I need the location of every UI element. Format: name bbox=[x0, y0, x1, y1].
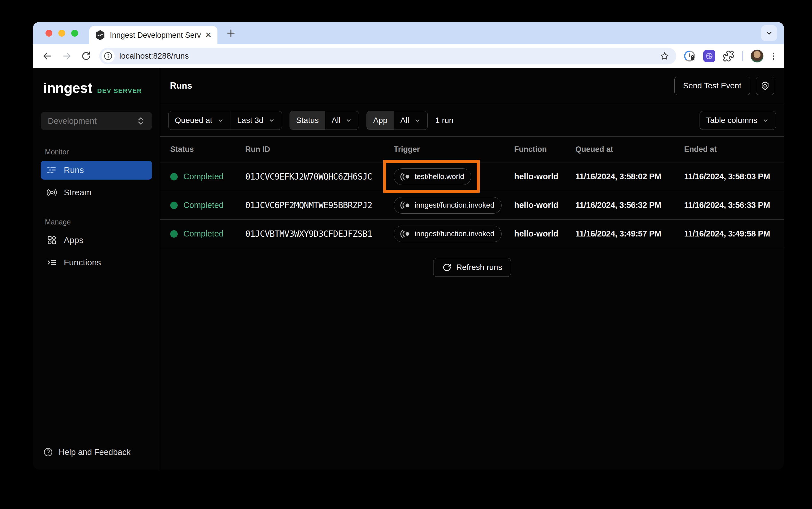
col-header-run-id: Run ID bbox=[245, 145, 394, 154]
chevron-down-icon bbox=[345, 117, 353, 124]
tab-search-chevron-button[interactable] bbox=[761, 25, 777, 41]
event-signal-icon bbox=[399, 173, 411, 181]
sidebar-item-functions[interactable]: Functions bbox=[41, 253, 152, 272]
event-signal-icon bbox=[399, 201, 411, 209]
environment-select[interactable]: Development bbox=[41, 112, 152, 130]
app-filter-value: All bbox=[400, 116, 409, 125]
time-field-dropdown[interactable]: Queued at bbox=[168, 111, 231, 130]
address-bar[interactable]: localhost:8288/runs bbox=[99, 48, 676, 64]
settings-gear-button[interactable] bbox=[756, 77, 774, 95]
reload-icon[interactable] bbox=[80, 50, 92, 62]
bookmark-star-icon[interactable] bbox=[660, 51, 670, 61]
logo-row: inngest DEV SERVER bbox=[43, 80, 152, 96]
section-monitor-label: Monitor bbox=[45, 148, 152, 156]
purple-extension-icon[interactable] bbox=[703, 50, 715, 62]
function-cell: hello-world bbox=[514, 200, 575, 210]
browser-toolbar: localhost:8288/runs bbox=[33, 44, 784, 68]
url-text: localhost:8288/runs bbox=[119, 52, 189, 61]
send-test-event-button[interactable]: Send Test Event bbox=[674, 77, 750, 95]
back-icon[interactable] bbox=[41, 50, 54, 62]
refresh-icon bbox=[442, 263, 452, 272]
status-filter-label: Status bbox=[290, 111, 325, 130]
status-dot-completed bbox=[170, 173, 178, 180]
trigger-name: inngest/function.invoked bbox=[415, 229, 494, 238]
close-window-button[interactable] bbox=[45, 30, 52, 37]
time-field-label: Queued at bbox=[175, 116, 212, 125]
stream-icon bbox=[46, 187, 57, 198]
col-header-trigger: Trigger bbox=[394, 145, 514, 154]
dev-server-badge: DEV SERVER bbox=[97, 87, 142, 95]
table-row[interactable]: Completed 01JCVC6PF2MQNMTWE95BBRZPJ2 inn… bbox=[160, 191, 784, 219]
status-filter: Status All bbox=[290, 111, 359, 130]
sidebar-item-apps[interactable]: Apps bbox=[41, 231, 152, 250]
help-and-feedback[interactable]: Help and Feedback bbox=[41, 447, 152, 457]
table-row[interactable]: Completed 01JCVBTMV3WXY9D3CFDEJFZSB1 inn… bbox=[160, 219, 784, 248]
trigger-name: inngest/function.invoked bbox=[415, 201, 494, 210]
sidebar-item-label: Stream bbox=[64, 188, 92, 197]
site-info-icon[interactable] bbox=[102, 49, 115, 63]
table-columns-dropdown[interactable]: Table columns bbox=[700, 111, 776, 130]
status-label: Completed bbox=[184, 172, 223, 181]
time-range-dropdown[interactable]: Last 3d bbox=[231, 111, 282, 130]
event-signal-icon bbox=[399, 230, 411, 238]
tab-close-icon[interactable]: ✕ bbox=[205, 31, 212, 39]
status-filter-dropdown[interactable]: All bbox=[325, 111, 359, 130]
sidebar: inngest DEV SERVER Development Monitor bbox=[33, 68, 160, 470]
run-id-cell: 01JCVC6PF2MQNMTWE95BBRZPJ2 bbox=[245, 200, 394, 210]
run-id-cell: 01JCVBTMV3WXY9D3CFDEJFZSB1 bbox=[245, 229, 394, 239]
environment-select-value: Development bbox=[48, 116, 97, 126]
chevron-down-icon bbox=[217, 117, 224, 124]
col-header-queued-at: Queued at bbox=[575, 145, 684, 154]
table-row[interactable]: Completed 01JCVC9EFKJ2W70WQHC6ZH6SJC tes… bbox=[160, 162, 784, 191]
toolbar-divider bbox=[742, 51, 743, 61]
col-header-status: Status bbox=[170, 145, 245, 154]
zoom-window-button[interactable] bbox=[71, 30, 78, 37]
queued-at-cell: 11/16/2024, 3:58:02 PM bbox=[575, 172, 684, 181]
password-manager-extension-icon[interactable] bbox=[683, 50, 696, 62]
ended-at-cell: 11/16/2024, 3:56:33 PM bbox=[684, 200, 784, 210]
browser-menu-icon[interactable] bbox=[771, 53, 776, 60]
trigger-cell: test/hello.world bbox=[394, 168, 514, 185]
refresh-runs-container: Refresh runs bbox=[160, 248, 784, 277]
page-title: Runs bbox=[170, 81, 192, 91]
refresh-runs-button[interactable]: Refresh runs bbox=[433, 258, 511, 277]
trigger-badge[interactable]: inngest/function.invoked bbox=[394, 226, 501, 242]
status-label: Completed bbox=[184, 200, 223, 210]
browser-tab[interactable]: Inngest Development Server ✕ bbox=[89, 26, 218, 44]
status-dot-completed bbox=[170, 230, 178, 238]
app-filter-dropdown[interactable]: All bbox=[394, 111, 427, 130]
profile-avatar[interactable] bbox=[750, 49, 764, 63]
status-dot-completed bbox=[170, 202, 178, 209]
trigger-badge[interactable]: inngest/function.invoked bbox=[394, 197, 501, 214]
extensions-puzzle-icon[interactable] bbox=[723, 50, 735, 62]
chevron-down-icon bbox=[414, 117, 421, 124]
section-manage-label: Manage bbox=[45, 218, 152, 226]
status-cell: Completed bbox=[170, 172, 245, 181]
trigger-badge[interactable]: test/hello.world bbox=[394, 168, 471, 185]
table-header-row: Status Run ID Trigger Function Queued at… bbox=[160, 137, 784, 162]
tab-title: Inngest Development Server bbox=[110, 31, 201, 40]
sidebar-item-label: Functions bbox=[64, 258, 101, 267]
forward-icon[interactable] bbox=[60, 50, 73, 62]
time-filter: Queued at Last 3d bbox=[168, 111, 282, 130]
queued-at-cell: 11/16/2024, 3:56:32 PM bbox=[575, 200, 684, 210]
minimize-window-button[interactable] bbox=[58, 30, 65, 37]
trigger-cell: inngest/function.invoked bbox=[394, 197, 514, 214]
sidebar-item-stream[interactable]: Stream bbox=[41, 183, 152, 202]
status-label: Completed bbox=[184, 229, 223, 238]
browser-window: Inngest Development Server ✕ bbox=[33, 22, 784, 470]
sidebar-item-runs[interactable]: Runs bbox=[41, 161, 152, 179]
help-icon bbox=[43, 447, 53, 457]
functions-icon bbox=[46, 257, 57, 268]
filter-bar: Queued at Last 3d Status bbox=[160, 104, 784, 137]
apps-icon bbox=[46, 235, 57, 245]
chevron-down-icon bbox=[762, 117, 769, 124]
ended-at-cell: 11/16/2024, 3:49:58 PM bbox=[684, 229, 784, 238]
trigger-name: test/hello.world bbox=[415, 172, 464, 181]
new-tab-button[interactable] bbox=[226, 28, 236, 38]
extension-icons bbox=[683, 49, 776, 63]
runs-icon bbox=[46, 165, 57, 175]
run-count: 1 run bbox=[435, 116, 454, 125]
app-filter: App All bbox=[366, 111, 428, 130]
refresh-runs-label: Refresh runs bbox=[456, 263, 502, 272]
